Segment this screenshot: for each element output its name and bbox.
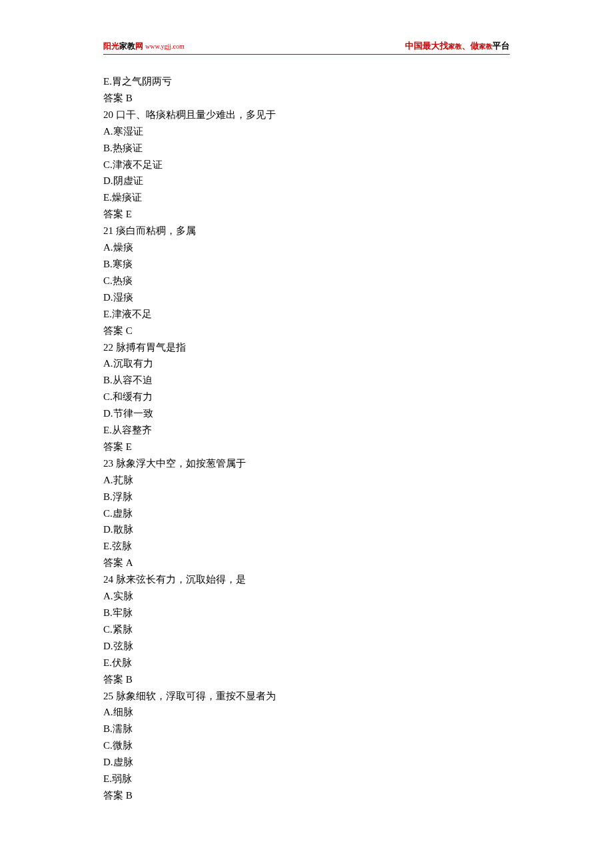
- header-right-1: 中国最大找: [405, 41, 448, 51]
- text-line: B.从容不迫: [103, 372, 510, 389]
- text-line: A.细脉: [103, 704, 510, 721]
- text-line: 答案 A: [103, 555, 510, 571]
- document-body: E.胃之气阴两亏答案 B20 口干、咯痰粘稠且量少难出，多见于A.寒湿证B.热痰…: [103, 73, 510, 804]
- text-line: E.津液不足: [103, 306, 510, 323]
- header-right-3: 平台: [492, 41, 510, 51]
- text-line: 答案 B: [103, 671, 510, 688]
- text-line: 答案 E: [103, 439, 510, 455]
- text-line: B.浮脉: [103, 489, 510, 505]
- text-line: C.紧脉: [103, 621, 510, 638]
- text-line: C.微脉: [103, 737, 510, 754]
- text-line: C.热痰: [103, 273, 510, 289]
- text-line: 答案 B: [103, 90, 510, 107]
- text-line: E.伏脉: [103, 655, 510, 671]
- header-right: 中国最大找家教、做家教平台: [405, 40, 510, 52]
- text-line: B.寒痰: [103, 256, 510, 273]
- text-line: 20 口干、咯痰粘稠且量少难出，多见于: [103, 107, 510, 123]
- text-line: 24 脉来弦长有力，沉取始得，是: [103, 571, 510, 588]
- text-line: 23 脉象浮大中空，如按葱管属于: [103, 455, 510, 472]
- text-line: C.虚脉: [103, 505, 510, 522]
- text-line: C.和缓有力: [103, 389, 510, 405]
- text-line: D.阴虚证: [103, 173, 510, 189]
- header-right-2: 、做: [462, 41, 479, 51]
- text-line: A.芤脉: [103, 472, 510, 489]
- header-right-small-2: 家教: [479, 43, 492, 50]
- page-header: 阳光家教网www.ygjj.com 中国最大找家教、做家教平台: [103, 40, 510, 55]
- header-left: 阳光家教网www.ygjj.com: [103, 41, 185, 52]
- text-line: 22 脉搏有胃气是指: [103, 339, 510, 356]
- text-line: E.弦脉: [103, 538, 510, 555]
- text-line: D.节律一致: [103, 405, 510, 422]
- brand-text-3: 网: [135, 41, 143, 51]
- text-line: C.津液不足证: [103, 157, 510, 173]
- text-line: A.实脉: [103, 588, 510, 605]
- text-line: D.虚脉: [103, 754, 510, 771]
- text-line: 答案 C: [103, 323, 510, 339]
- brand-text-1: 阳光: [103, 41, 119, 51]
- text-line: 答案 B: [103, 787, 510, 804]
- text-line: E.弱脉: [103, 771, 510, 787]
- text-line: D.湿痰: [103, 289, 510, 306]
- text-line: 25 脉象细软，浮取可得，重按不显者为: [103, 688, 510, 705]
- text-line: 21 痰白而粘稠，多属: [103, 223, 510, 239]
- text-line: A.沉取有力: [103, 355, 510, 372]
- text-line: D.散脉: [103, 521, 510, 538]
- text-line: E.燥痰证: [103, 189, 510, 206]
- text-line: E.胃之气阴两亏: [103, 73, 510, 90]
- text-line: B.牢脉: [103, 605, 510, 621]
- brand-text-2: 家教: [119, 41, 135, 51]
- text-line: 答案 E: [103, 206, 510, 223]
- text-line: E.从容整齐: [103, 422, 510, 439]
- text-line: B.濡脉: [103, 721, 510, 737]
- text-line: B.热痰证: [103, 140, 510, 157]
- brand-url: www.ygjj.com: [145, 43, 185, 50]
- document-page: 阳光家教网www.ygjj.com 中国最大找家教、做家教平台 E.胃之气阴两亏…: [0, 0, 613, 857]
- text-line: A.寒湿证: [103, 123, 510, 140]
- text-line: D.弦脉: [103, 638, 510, 655]
- header-right-small-1: 家教: [448, 43, 462, 50]
- text-line: A.燥痰: [103, 239, 510, 256]
